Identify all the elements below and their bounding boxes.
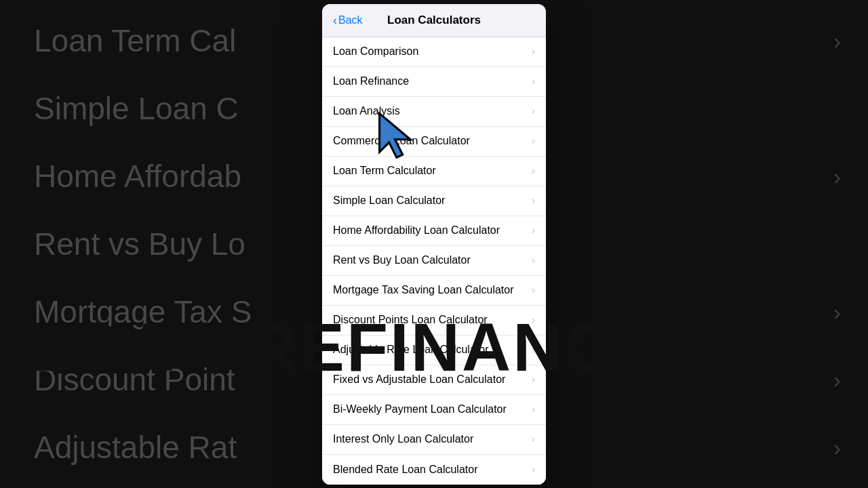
list-item-chevron-14: › (532, 464, 535, 476)
list-item-label-6: Home Affordability Loan Calculator (333, 224, 532, 237)
list-item-label-14: Blended Rate Loan Calculator (333, 464, 532, 476)
list-item-chevron-0: › (532, 45, 535, 58)
list-item-14[interactable]: Blended Rate Loan Calculator› (322, 455, 546, 485)
list-item-chevron-12: › (532, 403, 535, 415)
list-item-label-4: Loan Term Calculator (333, 165, 532, 177)
list-item-3[interactable]: Commercial Loan Calculator› (322, 127, 546, 157)
list-item-7[interactable]: Rent vs Buy Loan Calculator› (322, 246, 546, 276)
list-item-chevron-1: › (532, 75, 535, 87)
list-item-label-1: Loan Refinance (333, 75, 532, 87)
list-item-chevron-5: › (532, 195, 535, 207)
back-button[interactable]: ‹ Back (333, 14, 363, 26)
list-container: Loan Comparison›Loan Refinance›Loan Anal… (322, 37, 546, 485)
back-chevron-icon: ‹ (333, 14, 337, 26)
modal-panel: ‹ Back Loan Calculators Loan Comparison›… (322, 4, 546, 485)
list-item-chevron-13: › (532, 433, 535, 445)
list-item-13[interactable]: Interest Only Loan Calculator› (322, 425, 546, 455)
list-item-label-12: Bi-Weekly Payment Loan Calculator (333, 403, 532, 415)
list-item-label-3: Commercial Loan Calculator (333, 135, 532, 147)
modal-header: ‹ Back Loan Calculators (322, 4, 546, 37)
list-item-2[interactable]: Loan Analysis› (322, 97, 546, 127)
list-item-0[interactable]: Loan Comparison› (322, 37, 546, 67)
list-item-label-0: Loan Comparison (333, 45, 532, 58)
list-item-label-2: Loan Analysis (333, 105, 532, 117)
list-item-1[interactable]: Loan Refinance› (322, 67, 546, 97)
list-item-chevron-2: › (532, 105, 535, 117)
watermark-text: LOAN REFINANCE" (27, 308, 696, 386)
list-item-chevron-7: › (532, 254, 535, 266)
list-item-chevron-4: › (532, 165, 535, 177)
list-item-chevron-3: › (532, 135, 535, 147)
list-item-label-13: Interest Only Loan Calculator (333, 433, 532, 445)
list-item-label-5: Simple Loan Calculator (333, 195, 532, 207)
modal-overlay: ‹ Back Loan Calculators Loan Comparison›… (0, 0, 868, 488)
modal-title: Loan Calculators (387, 14, 481, 27)
list-item-chevron-6: › (532, 224, 535, 237)
list-item-label-7: Rent vs Buy Loan Calculator (333, 254, 532, 266)
list-item-4[interactable]: Loan Term Calculator› (322, 157, 546, 186)
list-item-12[interactable]: Bi-Weekly Payment Loan Calculator› (322, 395, 546, 425)
list-item-label-8: Mortgage Tax Saving Loan Calculator (333, 284, 532, 296)
list-item-6[interactable]: Home Affordability Loan Calculator› (322, 216, 546, 246)
list-item-chevron-8: › (532, 284, 535, 296)
list-item-8[interactable]: Mortgage Tax Saving Loan Calculator› (322, 276, 546, 306)
list-item-5[interactable]: Simple Loan Calculator› (322, 186, 546, 216)
back-label: Back (338, 14, 363, 26)
